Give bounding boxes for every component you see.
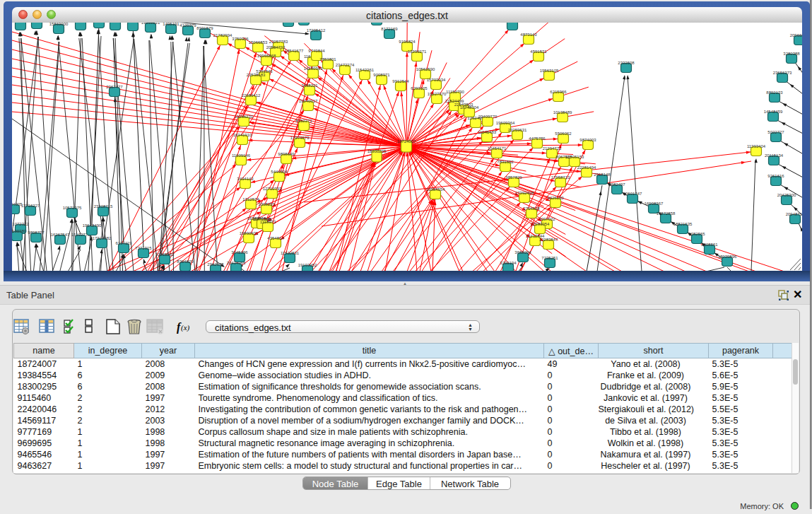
svg-text:18039896: 18039896 <box>718 255 737 259</box>
svg-text:7235251: 7235251 <box>541 256 558 260</box>
svg-text:2962373: 2962373 <box>207 262 224 267</box>
svg-text:11522831: 11522831 <box>281 251 300 255</box>
svg-text:20425300: 20425300 <box>777 193 796 197</box>
svg-text:3308253: 3308253 <box>258 202 275 206</box>
svg-text:23057783: 23057783 <box>269 40 288 44</box>
svg-text:15066853: 15066853 <box>249 40 268 45</box>
svg-text:23472274: 23472274 <box>336 63 355 67</box>
svg-text:17392408: 17392408 <box>515 191 534 195</box>
svg-text:2682497: 2682497 <box>608 182 625 187</box>
svg-text:7831592: 7831592 <box>497 160 514 164</box>
svg-text:8172169: 8172169 <box>381 27 398 31</box>
svg-text:8304829: 8304829 <box>177 259 194 264</box>
svg-text:20584792: 20584792 <box>266 45 286 49</box>
svg-text:20601747: 20601747 <box>623 192 642 196</box>
svg-text:18724007: 18724007 <box>397 139 416 144</box>
svg-text:9196824: 9196824 <box>399 40 416 44</box>
svg-text:19384554: 19384554 <box>426 187 445 192</box>
svg-text:12505153: 12505153 <box>565 155 584 159</box>
svg-text:9857829: 9857829 <box>505 175 522 180</box>
svg-text:11609146: 11609146 <box>232 153 251 158</box>
svg-text:20948752: 20948752 <box>786 212 802 216</box>
svg-text:8152271: 8152271 <box>295 119 312 123</box>
svg-text:17295412: 17295412 <box>307 28 326 33</box>
svg-text:13716227: 13716227 <box>21 204 40 208</box>
svg-text:3434143: 3434143 <box>237 177 254 181</box>
svg-text:7853801: 7853801 <box>319 57 336 62</box>
svg-text:5444504: 5444504 <box>271 170 288 174</box>
svg-text:2704528: 2704528 <box>523 206 540 211</box>
svg-text:3458221: 3458221 <box>301 83 318 88</box>
svg-text:1118973: 1118973 <box>260 220 276 224</box>
svg-text:20115134: 20115134 <box>765 153 784 158</box>
svg-text:19609364: 19609364 <box>496 121 515 125</box>
svg-text:23656373: 23656373 <box>773 71 792 75</box>
svg-text:19965868: 19965868 <box>257 54 276 58</box>
svg-text:2908561: 2908561 <box>701 243 718 247</box>
svg-text:10138489: 10138489 <box>553 110 572 115</box>
svg-text:19227370: 19227370 <box>428 92 447 96</box>
svg-text:3750906: 3750906 <box>232 37 249 41</box>
svg-text:9008971: 9008971 <box>373 73 390 77</box>
svg-text:11393404: 11393404 <box>747 144 766 148</box>
svg-text:19040017: 19040017 <box>299 99 318 103</box>
svg-text:22882351: 22882351 <box>124 23 143 23</box>
svg-text:4873143: 4873143 <box>520 33 537 37</box>
svg-text:11542261: 11542261 <box>355 68 375 72</box>
svg-text:15869000: 15869000 <box>49 23 69 26</box>
svg-text:8892133: 8892133 <box>766 90 783 95</box>
svg-text:(x): (x) <box>181 323 190 332</box>
svg-text:3688094: 3688094 <box>514 250 531 255</box>
svg-text:3280388: 3280388 <box>783 52 800 56</box>
svg-text:4097022: 4097022 <box>539 217 555 221</box>
svg-text:14100380: 14100380 <box>12 229 27 233</box>
svg-text:10571375: 10571375 <box>63 206 82 210</box>
svg-text:2967477: 2967477 <box>106 85 123 89</box>
svg-text:16341910: 16341910 <box>233 133 252 137</box>
svg-text:4591531: 4591531 <box>530 49 547 54</box>
svg-text:14548459: 14548459 <box>764 110 783 114</box>
svg-text:10283847: 10283847 <box>539 238 558 242</box>
svg-text:10562590: 10562590 <box>416 67 435 71</box>
svg-text:21782994: 21782994 <box>213 33 233 37</box>
svg-text:22659412: 22659412 <box>242 93 261 98</box>
svg-text:17872858: 17872858 <box>657 211 676 216</box>
svg-text:23538183: 23538183 <box>247 73 266 77</box>
svg-text:4129379: 4129379 <box>180 23 196 28</box>
svg-text:19139121: 19139121 <box>141 23 160 25</box>
svg-text:23409770: 23409770 <box>478 115 498 119</box>
svg-text:5022727: 5022727 <box>767 130 784 134</box>
svg-text:22283054: 22283054 <box>531 222 550 226</box>
svg-text:1072322: 1072322 <box>12 222 29 226</box>
svg-text:13399271: 13399271 <box>408 49 427 54</box>
svg-text:4475786: 4475786 <box>529 136 546 141</box>
svg-text:19193052: 19193052 <box>298 263 317 267</box>
svg-text:4354814: 4354814 <box>267 236 284 240</box>
svg-text:8931579: 8931579 <box>196 26 213 30</box>
svg-text:6194119: 6194119 <box>116 241 133 245</box>
svg-text:19648490: 19648490 <box>83 223 102 228</box>
svg-text:19890931: 19890931 <box>240 231 259 235</box>
svg-text:18300295: 18300295 <box>367 149 387 153</box>
svg-text:1312574: 1312574 <box>242 197 259 201</box>
svg-text:23208715: 23208715 <box>94 204 113 209</box>
svg-text:3045396: 3045396 <box>231 250 248 255</box>
svg-text:16998367: 16998367 <box>645 201 664 206</box>
svg-text:22281494: 22281494 <box>577 165 596 170</box>
svg-text:19563105: 19563105 <box>540 69 559 73</box>
svg-text:18748304: 18748304 <box>460 105 479 110</box>
svg-text:12710793: 12710793 <box>263 187 282 191</box>
svg-text:20966065: 20966065 <box>790 33 802 37</box>
svg-text:9898737: 9898737 <box>28 230 45 235</box>
svg-text:9874003: 9874003 <box>579 138 596 142</box>
svg-text:2918148: 2918148 <box>594 173 611 177</box>
svg-text:17329982: 17329982 <box>93 236 112 240</box>
svg-text:9749844: 9749844 <box>308 49 325 53</box>
svg-text:9426230: 9426230 <box>547 196 564 200</box>
svg-text:9898649: 9898649 <box>278 152 295 156</box>
svg-text:3299194: 3299194 <box>500 261 517 265</box>
svg-text:18541677: 18541677 <box>285 49 304 53</box>
svg-text:9261616: 9261616 <box>767 174 784 178</box>
svg-text:11150790: 11150790 <box>446 90 464 94</box>
svg-text:6293105: 6293105 <box>411 86 428 90</box>
